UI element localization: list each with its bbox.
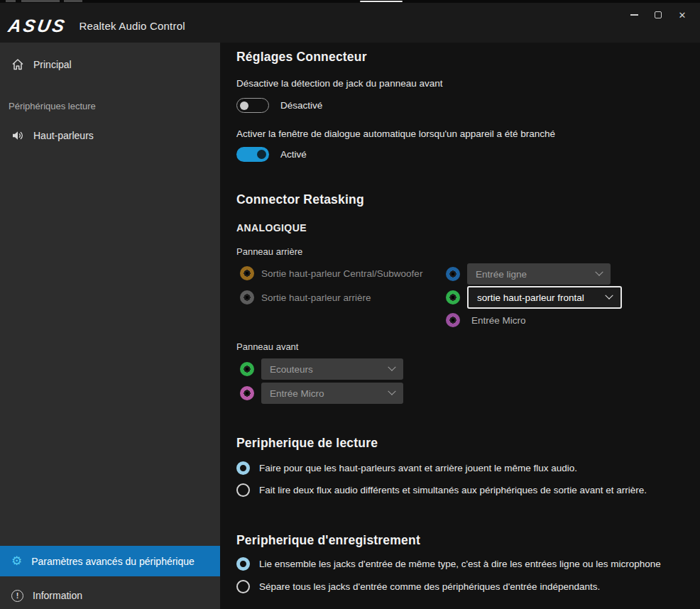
- orange-jack-icon: [240, 266, 254, 280]
- screen: ASUS Realtek Audio Control ✕ Principal P…: [0, 0, 700, 609]
- mic-in-label: Entrée Micro: [471, 315, 526, 326]
- chevron-down-icon: [605, 292, 613, 300]
- front-panel-label: Panneau avant: [236, 341, 298, 352]
- sidebar-item-label: Paramètres avancés du périphérique: [31, 556, 195, 567]
- main-content: Réglages Connecteur Désactive la détecti…: [220, 43, 700, 609]
- sidebar-item-label: Principal: [33, 59, 72, 70]
- radio-button-selected[interactable]: [236, 557, 250, 571]
- radio-label: Faire pour que les haut-parleurs avant e…: [259, 463, 577, 473]
- background-remnant: [6, 0, 16, 2]
- auto-popup-label: Activer la fenêtre de dialogue automatiq…: [236, 128, 555, 139]
- radio-label: Lie ensemble les jacks d'entrée de même …: [259, 559, 661, 569]
- recording-device-heading: Peripherique d'enregistrement: [236, 533, 420, 548]
- jack-label: Sortie haut-parleur arrière: [261, 292, 371, 303]
- green-jack-icon: [446, 290, 460, 304]
- playback-device-heading: Peripherique de lecture: [236, 436, 378, 451]
- sidebar-item-information[interactable]: ! Information: [0, 583, 220, 608]
- minimize-icon: [630, 14, 638, 16]
- rear-left-row-rear-speaker: Sortie haut-parleur arrière: [240, 290, 371, 304]
- gear-icon: ⚙: [11, 555, 22, 567]
- recording-option-tie-jacks[interactable]: Lie ensemble les jacks d'entrée de même …: [236, 557, 661, 571]
- window-controls: ✕: [622, 6, 694, 24]
- app-title: Realtek Audio Control: [79, 20, 185, 32]
- line-in-dropdown[interactable]: Entrée ligne: [467, 263, 611, 285]
- sidebar-item-principal[interactable]: Principal: [0, 54, 220, 75]
- sidebar-item-label: Information: [33, 590, 82, 601]
- headphones-dropdown[interactable]: Ecouteurs: [261, 358, 403, 380]
- rear-right-row-mic-in: Entrée Micro: [446, 313, 526, 327]
- asus-logo: ASUS: [6, 16, 68, 36]
- maximize-icon: [655, 11, 662, 18]
- front-row-mic-in: Entrée Micro: [240, 383, 403, 404]
- dropdown-value: Entrée ligne: [476, 269, 527, 280]
- minimize-button[interactable]: [622, 6, 646, 24]
- chevron-down-icon: [595, 268, 603, 276]
- green-jack-icon: [240, 362, 254, 376]
- jack-label: Sortie haut-parleur Central/Subwoofer: [261, 268, 422, 279]
- toggle-knob: [257, 150, 266, 159]
- dropdown-value: Ecouteurs: [270, 364, 313, 375]
- radio-label: Sépare tous les jacks d'entrée comme des…: [259, 581, 600, 592]
- rear-panel-label: Panneau arrière: [236, 246, 302, 257]
- jack-detection-toggle[interactable]: [236, 98, 269, 113]
- recording-option-separate-jacks[interactable]: Sépare tous les jacks d'entrée comme des…: [236, 580, 600, 593]
- radio-button-unselected[interactable]: [236, 580, 250, 593]
- sidebar: Principal Périphériques lecture Haut-par…: [0, 43, 220, 609]
- info-icon: !: [11, 590, 23, 602]
- playback-option-different-streams[interactable]: Fait lire deux flux audio différents et …: [236, 483, 647, 497]
- speaker-icon: [11, 129, 24, 142]
- chevron-down-icon: [388, 388, 395, 395]
- front-panel-retasking: Ecouteurs Entrée Micro: [236, 358, 520, 408]
- jack-detection-state: Désactivé: [280, 100, 322, 111]
- blue-jack-icon: [446, 267, 460, 281]
- connector-settings-heading: Réglages Connecteur: [236, 50, 367, 65]
- purple-jack-icon: [446, 313, 460, 327]
- auto-popup-state: Activé: [280, 149, 307, 160]
- sidebar-item-advanced-device-settings[interactable]: ⚙ Paramètres avancés du périphérique: [0, 546, 220, 576]
- radio-button-selected[interactable]: [236, 461, 250, 475]
- close-icon: ✕: [679, 10, 687, 21]
- chevron-down-icon: [388, 363, 395, 371]
- gray-jack-icon: [240, 290, 254, 304]
- connector-retasking-heading: Connector Retasking: [236, 192, 364, 207]
- toggle-knob: [240, 102, 248, 110]
- radio-label: Fait lire deux flux audio différents et …: [259, 485, 647, 495]
- background-tab-indicator: [360, 1, 403, 2]
- rear-panel-retasking: Sortie haut-parleur Central/Subwoofer En…: [236, 263, 700, 334]
- titlebar: ASUS Realtek Audio Control ✕: [0, 3, 700, 43]
- sidebar-item-label: Haut-parleurs: [33, 130, 94, 141]
- sidebar-section-playback-devices: Périphériques lecture: [9, 101, 96, 111]
- app-window: ASUS Realtek Audio Control ✕ Principal P…: [0, 3, 700, 609]
- radio-button-unselected[interactable]: [236, 483, 250, 497]
- pink-jack-icon: [240, 386, 254, 400]
- front-row-headphones: Ecouteurs: [240, 358, 403, 380]
- sidebar-item-speakers[interactable]: Haut-parleurs: [0, 125, 220, 146]
- dropdown-value: sortie haut-parleur frontal: [477, 292, 584, 303]
- dropdown-value: Entrée Micro: [270, 388, 324, 399]
- brand-area: ASUS Realtek Audio Control: [9, 16, 185, 36]
- rear-left-row-center-subwoofer: Sortie haut-parleur Central/Subwoofer: [240, 266, 422, 280]
- close-button[interactable]: ✕: [670, 6, 694, 24]
- background-remnant: [64, 0, 82, 2]
- playback-option-same-stream[interactable]: Faire pour que les haut-parleurs avant e…: [236, 461, 577, 475]
- auto-popup-toggle[interactable]: [236, 147, 269, 162]
- jack-detection-label: Désactive la détection de jack du pannea…: [236, 78, 442, 89]
- rear-right-row-front-speaker: sortie haut-parleur frontal: [446, 286, 622, 309]
- maximize-button[interactable]: [646, 6, 670, 24]
- analog-subheading: ANALOGIQUE: [236, 222, 307, 234]
- home-icon: [11, 58, 24, 71]
- background-remnant: [21, 0, 60, 2]
- front-mic-dropdown[interactable]: Entrée Micro: [261, 383, 403, 404]
- front-speaker-out-dropdown[interactable]: sortie haut-parleur frontal: [467, 286, 622, 309]
- rear-right-row-line-in: Entrée ligne: [446, 263, 611, 285]
